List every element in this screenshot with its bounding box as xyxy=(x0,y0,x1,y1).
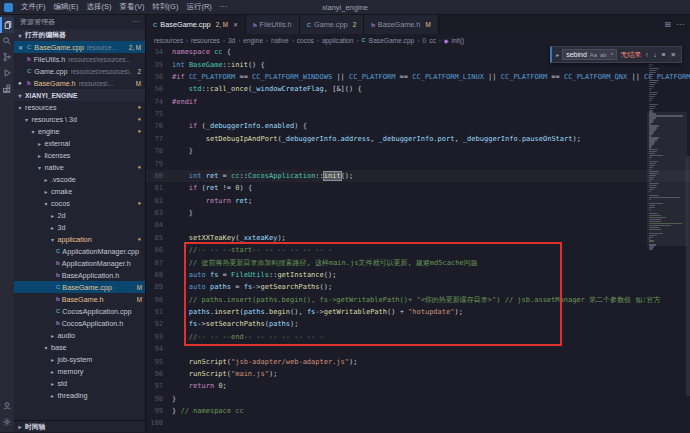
views-more-actions-icon[interactable]: ⋯ xyxy=(132,18,139,26)
code-line-88[interactable]: 88 auto fs = FileUtils::getInstance(); xyxy=(146,269,690,281)
breadcrumb[interactable]: resources›resources›3d›engine›native›coc… xyxy=(146,34,690,46)
menu-转到-g-[interactable]: 转到(G) xyxy=(149,2,183,12)
code-line-97[interactable]: 97 return 0; xyxy=(146,380,690,392)
close-icon[interactable]: ✕ xyxy=(18,44,24,51)
code-line-82[interactable]: 82 return ret; xyxy=(146,195,690,207)
line-number[interactable]: 86 xyxy=(146,246,172,254)
code-area[interactable]: 34namespace cc {35int BaseGame::init() {… xyxy=(146,46,690,432)
code-line-95[interactable]: 95 runScript("jsb-adapter/web-adapter.js… xyxy=(146,355,690,367)
line-number[interactable]: 56 xyxy=(146,85,172,93)
editor-more-actions-icon[interactable]: ⋯ xyxy=(676,20,684,29)
regex-button[interactable]: .* xyxy=(609,52,613,58)
find-in-selection-icon[interactable]: ≡ xyxy=(661,51,667,58)
code-line-96[interactable]: 96 runScript("main.js"); xyxy=(146,368,690,380)
breadcrumb-item[interactable]: engine xyxy=(243,37,263,44)
line-number[interactable]: 94 xyxy=(146,345,172,353)
tab-basegame.cpp[interactable]: CBaseGame.cpp2, M✕ xyxy=(146,15,246,34)
tree-item-memory[interactable]: ▸memory xyxy=(14,365,145,377)
code-line-56[interactable]: 56 std::call_once(_windowCreateFlag, [&]… xyxy=(146,83,690,95)
code-line-85[interactable]: 85 setXXTeaKey(_xxteaKey); xyxy=(146,232,690,244)
code-line-86[interactable]: 86 //-- -- --start-- -- -- -- -- -- - xyxy=(146,244,690,256)
line-number[interactable]: 98 xyxy=(146,395,172,403)
tree-item-basegame.h[interactable]: hBaseGame.hM xyxy=(14,293,145,305)
tree-item-cmake[interactable]: ▸cmake xyxy=(14,185,145,197)
find-input[interactable]: sebind Aa ab .* xyxy=(562,49,617,60)
open-editor-basegame.h[interactable]: ●hBaseGame.hresources\...M xyxy=(14,77,145,89)
line-number[interactable]: 80 xyxy=(146,172,172,180)
breadcrumb-item[interactable]: resources xyxy=(191,37,220,44)
breadcrumb-item[interactable]: native xyxy=(271,37,289,44)
tree-item-baseapplication.h[interactable]: hBaseApplication.h xyxy=(14,269,145,281)
tree-item-resources[interactable]: ▾resources● xyxy=(14,101,145,113)
account-icon[interactable] xyxy=(0,398,14,414)
settings-icon[interactable] xyxy=(0,414,14,430)
code-line-99[interactable]: 99} // namespace cc xyxy=(146,405,690,417)
tree-item-cocosapplication.h[interactable]: hCocosApplication.h xyxy=(14,317,145,329)
scrollbar[interactable] xyxy=(686,46,690,432)
line-number[interactable]: 76 xyxy=(146,122,172,130)
tree-item-threading[interactable]: ▸threading xyxy=(14,389,145,401)
line-number[interactable]: 35 xyxy=(146,61,172,69)
toggle-replace-icon[interactable]: ▸ xyxy=(556,51,559,58)
code-line-92[interactable]: 92 fs->setSearchPaths(paths); xyxy=(146,318,690,330)
split-editor-icon[interactable]: ⊞ xyxy=(664,20,671,29)
tree-item-std[interactable]: ▸std xyxy=(14,377,145,389)
menu-查看-v-[interactable]: 查看(V) xyxy=(116,2,149,12)
line-number[interactable]: 75 xyxy=(146,110,172,118)
workspace-header[interactable]: ▾ XIANYI_ENGINE xyxy=(14,89,145,101)
tree-item-external[interactable]: ▸external xyxy=(14,137,145,149)
menu-文件-f-[interactable]: 文件(F) xyxy=(17,2,50,12)
code-line-98[interactable]: 98} xyxy=(146,393,690,405)
extensions-icon[interactable] xyxy=(0,81,14,97)
code-line-84[interactable]: 84 xyxy=(146,219,690,231)
line-number[interactable]: 90 xyxy=(146,296,172,304)
line-number[interactable]: 100 xyxy=(146,419,172,427)
breadcrumb-item[interactable]: BaseGame.cpp xyxy=(369,37,414,44)
line-number[interactable]: 92 xyxy=(146,320,172,328)
close-find-icon[interactable]: ✕ xyxy=(670,51,677,59)
tree-item-application[interactable]: ▾application● xyxy=(14,233,145,245)
tree-item-3d[interactable]: ▸3d xyxy=(14,221,145,233)
line-number[interactable]: 97 xyxy=(146,382,172,390)
breadcrumb-item[interactable]: 3d xyxy=(228,37,235,44)
code-line-75[interactable]: 75 xyxy=(146,108,690,120)
find-previous-icon[interactable]: ↑ xyxy=(644,51,649,58)
tree-item-resources-3d[interactable]: ▾resources \ 3d● xyxy=(14,113,145,125)
line-number[interactable]: 93 xyxy=(146,333,172,341)
whole-word-button[interactable]: ab xyxy=(600,52,606,58)
code-line-90[interactable]: 90 // paths.insert(paths.begin(), fs->ge… xyxy=(146,294,690,306)
line-number[interactable]: 81 xyxy=(146,184,172,192)
line-number[interactable]: 88 xyxy=(146,271,172,279)
line-number[interactable]: 89 xyxy=(146,283,172,291)
tree-item-2d[interactable]: ▸2d xyxy=(14,209,145,221)
explorer-icon[interactable] xyxy=(0,17,14,33)
line-number[interactable]: 95 xyxy=(146,358,172,366)
line-number[interactable]: 96 xyxy=(146,370,172,378)
code-line-36[interactable]: 36#if CC_PLATFORM == CC_PLATFORM_WINDOWS… xyxy=(146,71,690,83)
code-line-81[interactable]: 81 if (ret != 0) { xyxy=(146,182,690,194)
breadcrumb-item[interactable]: init() xyxy=(451,37,464,44)
breadcrumb-item[interactable]: resources xyxy=(154,37,183,44)
code-line-93[interactable]: 93 //-- -- --end-- -- -- -- -- -- - xyxy=(146,331,690,343)
tab-game.cpp[interactable]: CGame.cpp2 xyxy=(300,15,365,34)
tree-item-licenses[interactable]: ▸licenses xyxy=(14,149,145,161)
match-case-button[interactable]: Aa xyxy=(590,52,597,58)
line-number[interactable]: 82 xyxy=(146,197,172,205)
line-number[interactable]: 83 xyxy=(146,209,172,217)
tree-item-applicationmanager.h[interactable]: hApplicationManager.h xyxy=(14,257,145,269)
search-icon[interactable] xyxy=(0,33,14,49)
tree-item-.vscode[interactable]: ▸.vscode xyxy=(14,173,145,185)
timeline-header[interactable]: ▸ 时间轴 xyxy=(14,420,145,432)
line-number[interactable]: 91 xyxy=(146,308,172,316)
tree-item-base[interactable]: ▾base xyxy=(14,341,145,353)
menu--[interactable]: ··· xyxy=(216,2,232,12)
line-number[interactable]: 77 xyxy=(146,135,172,143)
close-tab-icon[interactable]: ✕ xyxy=(233,21,238,28)
code-line-89[interactable]: 89 auto paths = fs->getSearchPaths(); xyxy=(146,281,690,293)
run-debug-icon[interactable] xyxy=(0,65,14,81)
code-line-77[interactable]: 77 setDebugIpAndPort(_debuggerInfo.addre… xyxy=(146,133,690,145)
tree-item-native[interactable]: ▾native● xyxy=(14,161,145,173)
code-line-78[interactable]: 78 } xyxy=(146,145,690,157)
menu-编辑-e-[interactable]: 编辑(E) xyxy=(50,2,83,12)
breadcrumb-item[interactable]: application xyxy=(322,37,354,44)
